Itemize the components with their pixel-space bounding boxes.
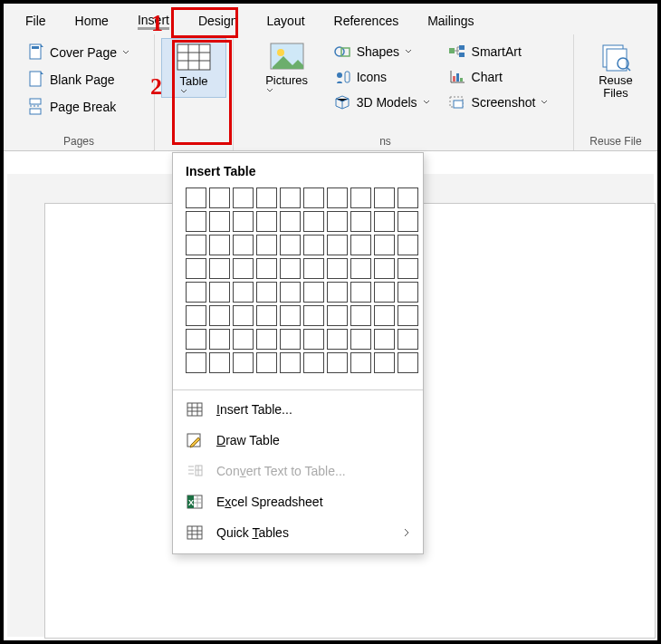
grid-cell[interactable] (350, 329, 371, 350)
grid-cell[interactable] (233, 235, 254, 255)
grid-cell[interactable] (233, 187, 254, 208)
grid-cell[interactable] (256, 352, 277, 373)
grid-cell[interactable] (209, 235, 230, 255)
grid-cell[interactable] (233, 329, 254, 350)
grid-cell[interactable] (209, 211, 230, 232)
grid-cell[interactable] (350, 352, 371, 373)
grid-cell[interactable] (256, 282, 277, 303)
grid-cell[interactable] (374, 352, 395, 373)
grid-cell[interactable] (398, 258, 418, 279)
grid-cell[interactable] (280, 187, 301, 208)
grid-cell[interactable] (256, 211, 277, 232)
shapes-button[interactable]: Shapes (330, 42, 434, 62)
cover-page-button[interactable]: Cover Page (24, 42, 133, 63)
grid-cell[interactable] (303, 282, 324, 303)
grid-cell[interactable] (327, 187, 348, 208)
grid-cell[interactable] (327, 235, 348, 255)
grid-cell[interactable] (303, 258, 324, 279)
grid-cell[interactable] (398, 235, 418, 255)
grid-cell[interactable] (303, 329, 324, 350)
table-size-grid[interactable] (173, 187, 423, 386)
grid-cell[interactable] (350, 305, 371, 326)
smartart-button[interactable]: SmartArt (445, 42, 552, 62)
grid-cell[interactable] (256, 305, 277, 326)
grid-cell[interactable] (350, 187, 371, 208)
grid-cell[interactable] (374, 235, 395, 255)
grid-cell[interactable] (186, 258, 206, 279)
grid-cell[interactable] (327, 282, 348, 303)
page-break-button[interactable]: Page Break (24, 96, 133, 118)
grid-cell[interactable] (303, 305, 324, 326)
grid-cell[interactable] (186, 329, 206, 350)
grid-cell[interactable] (398, 352, 418, 373)
grid-cell[interactable] (256, 258, 277, 279)
grid-cell[interactable] (280, 235, 301, 255)
menu-excel-spreadsheet[interactable]: X Excel Spreadsheet (173, 486, 423, 517)
grid-cell[interactable] (280, 258, 301, 279)
blank-page-button[interactable]: Blank Page (24, 69, 133, 91)
grid-cell[interactable] (374, 305, 395, 326)
screenshot-button[interactable]: Screenshot (445, 92, 552, 112)
menu-draw-table[interactable]: Draw Table (173, 425, 423, 456)
grid-cell[interactable] (256, 187, 277, 208)
grid-cell[interactable] (186, 282, 206, 303)
chart-button[interactable]: Chart (445, 67, 552, 87)
grid-cell[interactable] (374, 282, 395, 303)
grid-cell[interactable] (209, 282, 230, 303)
grid-cell[interactable] (233, 211, 254, 232)
pictures-button[interactable]: Pictures (255, 38, 319, 96)
grid-cell[interactable] (186, 187, 206, 208)
grid-cell[interactable] (303, 235, 324, 255)
grid-cell[interactable] (374, 211, 395, 232)
grid-cell[interactable] (209, 305, 230, 326)
grid-cell[interactable] (209, 329, 230, 350)
grid-cell[interactable] (398, 329, 418, 350)
grid-cell[interactable] (327, 305, 348, 326)
grid-cell[interactable] (209, 352, 230, 373)
grid-cell[interactable] (280, 282, 301, 303)
grid-cell[interactable] (398, 211, 418, 232)
grid-cell[interactable] (303, 211, 324, 232)
grid-cell[interactable] (398, 282, 418, 303)
grid-cell[interactable] (350, 282, 371, 303)
grid-cell[interactable] (374, 329, 395, 350)
tab-references[interactable]: References (320, 10, 414, 32)
grid-cell[interactable] (280, 305, 301, 326)
grid-cell[interactable] (327, 329, 348, 350)
grid-cell[interactable] (303, 187, 324, 208)
tab-mailings[interactable]: Mailings (413, 10, 488, 32)
grid-cell[interactable] (280, 211, 301, 232)
grid-cell[interactable] (186, 235, 206, 255)
grid-cell[interactable] (350, 235, 371, 255)
grid-cell[interactable] (256, 235, 277, 255)
menu-quick-tables[interactable]: Quick Tables (173, 517, 423, 548)
grid-cell[interactable] (280, 329, 301, 350)
grid-cell[interactable] (186, 352, 206, 373)
grid-cell[interactable] (233, 258, 254, 279)
grid-cell[interactable] (350, 211, 371, 232)
menu-insert-table[interactable]: Insert Table... (173, 394, 423, 425)
grid-cell[interactable] (303, 352, 324, 373)
grid-cell[interactable] (398, 305, 418, 326)
grid-cell[interactable] (209, 187, 230, 208)
icons-button[interactable]: Icons (330, 67, 434, 87)
grid-cell[interactable] (398, 187, 418, 208)
grid-cell[interactable] (280, 352, 301, 373)
grid-cell[interactable] (327, 258, 348, 279)
grid-cell[interactable] (256, 329, 277, 350)
tab-layout[interactable]: Layout (253, 10, 320, 32)
grid-cell[interactable] (374, 258, 395, 279)
grid-cell[interactable] (233, 282, 254, 303)
tab-file[interactable]: File (11, 10, 61, 32)
grid-cell[interactable] (186, 305, 206, 326)
grid-cell[interactable] (186, 211, 206, 232)
3d-models-button[interactable]: 3D Models (330, 92, 434, 112)
grid-cell[interactable] (209, 258, 230, 279)
grid-cell[interactable] (327, 352, 348, 373)
grid-cell[interactable] (374, 187, 395, 208)
reuse-files-button[interactable]: Reuse Files (584, 38, 647, 102)
grid-cell[interactable] (233, 305, 254, 326)
grid-cell[interactable] (233, 352, 254, 373)
grid-cell[interactable] (350, 258, 371, 279)
grid-cell[interactable] (327, 211, 348, 232)
